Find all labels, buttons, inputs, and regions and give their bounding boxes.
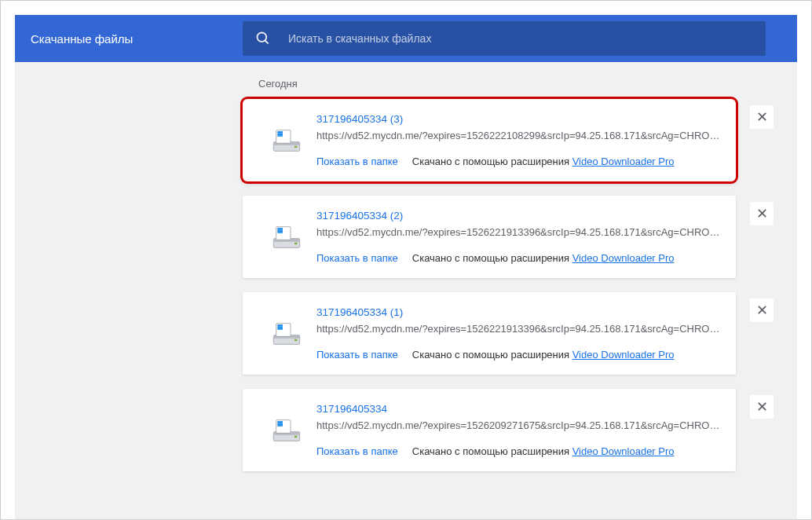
svg-rect-15 [294, 242, 297, 244]
download-actions: Показать в папкеСкачано с помощью расшир… [316, 445, 723, 457]
extension-link[interactable]: Video Downloader Pro [572, 156, 675, 167]
download-url: https://vd52.mycdn.me/?expires=152620927… [316, 419, 723, 431]
svg-rect-29 [294, 435, 297, 438]
svg-rect-6 [277, 131, 283, 133]
file-icon-cell [257, 306, 316, 361]
download-info: 317196405334 (1)https://vd52.mycdn.me/?e… [316, 306, 723, 361]
download-url: https://vd52.mycdn.me/?expires=152622191… [316, 323, 723, 335]
download-title[interactable]: 317196405334 (2) [316, 210, 723, 222]
file-icon [271, 318, 302, 350]
file-icon-cell [257, 210, 316, 264]
date-group-label: Сегодня [243, 78, 797, 90]
download-url: https://vd52.mycdn.me/?expires=152622210… [316, 130, 723, 141]
close-icon[interactable]: ✕ [750, 395, 774, 419]
download-title[interactable]: 317196405334 [316, 403, 723, 415]
search-icon [255, 31, 271, 46]
downloaded-with-text: Скачано с помощью расширения Video Downl… [412, 252, 675, 264]
page-title: Скачанные файлы [31, 32, 243, 46]
download-actions: Показать в папкеСкачано с помощью расшир… [316, 349, 723, 361]
download-title[interactable]: 317196405334 (1) [316, 306, 723, 318]
download-row: 317196405334 (2)https://vd52.mycdn.me/?e… [243, 196, 797, 278]
file-icon-cell [257, 113, 316, 167]
download-row: 317196405334https://vd52.mycdn.me/?expir… [243, 389, 797, 471]
download-card[interactable]: 317196405334 (1)https://vd52.mycdn.me/?e… [243, 292, 736, 375]
file-icon [271, 415, 302, 446]
svg-rect-21 [277, 327, 283, 328]
svg-rect-28 [277, 423, 283, 425]
downloaded-with-text: Скачано с помощью расширения Video Downl… [412, 349, 675, 361]
search-container[interactable] [243, 21, 766, 56]
downloaded-with-text: Скачано с помощью расширения Video Downl… [412, 156, 675, 167]
extension-link[interactable]: Video Downloader Pro [572, 445, 675, 457]
download-info: 317196405334https://vd52.mycdn.me/?expir… [316, 403, 723, 457]
download-row: 317196405334 (3)https://vd52.mycdn.me/?e… [243, 99, 797, 181]
header: Скачанные файлы [15, 15, 797, 62]
search-input[interactable] [288, 32, 753, 45]
svg-point-0 [258, 33, 267, 42]
svg-rect-27 [277, 421, 283, 423]
svg-rect-22 [294, 339, 297, 341]
file-icon-cell [257, 403, 316, 457]
close-icon[interactable]: ✕ [750, 105, 774, 129]
content-area: Сегодня 317196405334 (3)https://vd52.myc… [15, 62, 797, 471]
download-actions: Показать в папкеСкачано с помощью расшир… [316, 252, 723, 264]
show-in-folder-link[interactable]: Показать в папке [316, 445, 398, 457]
page-inner: Скачанные файлы Сегодня 317196405334 (3)… [15, 15, 797, 519]
svg-rect-14 [277, 230, 283, 232]
show-in-folder-link[interactable]: Показать в папке [316, 252, 398, 264]
close-icon[interactable]: ✕ [750, 202, 774, 225]
downloads-list: 317196405334 (3)https://vd52.mycdn.me/?e… [243, 99, 797, 471]
download-card[interactable]: 317196405334 (2)https://vd52.mycdn.me/?e… [243, 196, 736, 278]
svg-rect-7 [277, 134, 283, 135]
download-row: 317196405334 (1)https://vd52.mycdn.me/?e… [243, 292, 797, 375]
download-url: https://vd52.mycdn.me/?expires=152622191… [316, 226, 723, 238]
file-icon [271, 125, 302, 156]
download-title[interactable]: 317196405334 (3) [316, 113, 723, 125]
svg-rect-20 [277, 324, 283, 326]
extension-link[interactable]: Video Downloader Pro [572, 349, 675, 361]
page-frame: Скачанные файлы Сегодня 317196405334 (3)… [0, 0, 812, 520]
download-info: 317196405334 (2)https://vd52.mycdn.me/?e… [316, 210, 723, 264]
show-in-folder-link[interactable]: Показать в папке [316, 349, 398, 361]
download-actions: Показать в папкеСкачано с помощью расшир… [316, 156, 723, 167]
extension-link[interactable]: Video Downloader Pro [572, 252, 675, 264]
downloaded-with-text: Скачано с помощью расширения Video Downl… [412, 445, 675, 457]
download-card[interactable]: 317196405334 (3)https://vd52.mycdn.me/?e… [243, 99, 736, 181]
file-icon [271, 222, 302, 253]
download-info: 317196405334 (3)https://vd52.mycdn.me/?e… [316, 113, 723, 167]
svg-rect-8 [294, 145, 297, 148]
svg-line-1 [265, 41, 269, 44]
svg-rect-13 [277, 228, 283, 229]
close-icon[interactable]: ✕ [750, 298, 774, 322]
download-card[interactable]: 317196405334https://vd52.mycdn.me/?expir… [243, 389, 736, 471]
show-in-folder-link[interactable]: Показать в папке [316, 156, 398, 167]
